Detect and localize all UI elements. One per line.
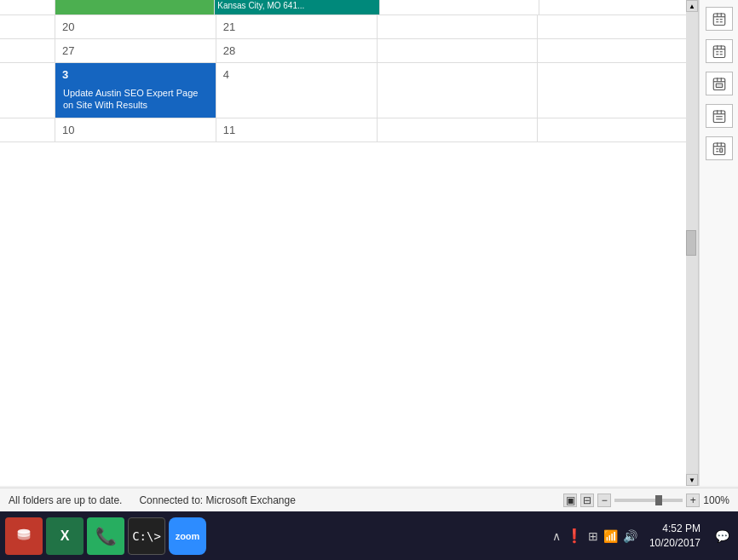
week-row-3: 3 Update Austin SEO Expert Page on Site … bbox=[0, 63, 698, 118]
taskbar-app-db[interactable] bbox=[5, 517, 43, 555]
day-num-28: 28 bbox=[220, 43, 239, 59]
taskbar-right-area: ∧ ❗ ⊞ 📶 🔊 4:52 PM 10/20/2017 💬 bbox=[552, 517, 735, 555]
tray-icon-volume[interactable]: 🔊 bbox=[623, 529, 637, 543]
taskbar-app-phone[interactable]: 📞 bbox=[87, 517, 124, 555]
day-empty-2[interactable] bbox=[538, 15, 698, 38]
day-num-20: 20 bbox=[59, 19, 78, 35]
vertical-scrollbar[interactable]: ▲ ▼ bbox=[686, 0, 698, 486]
calendar-container: Kansas City, MO 641... 20 21 27 28 bbox=[0, 0, 738, 486]
seo-event[interactable]: Update Austin SEO Expert Page on Site Wi… bbox=[59, 84, 212, 114]
day-empty-1[interactable] bbox=[378, 15, 539, 38]
day-empty-5[interactable] bbox=[378, 63, 539, 118]
day-num-10: 10 bbox=[59, 122, 78, 138]
tray-icon-wifi[interactable]: 📶 bbox=[603, 529, 618, 543]
clock-date: 10/20/2017 bbox=[649, 536, 701, 551]
status-bar: All folders are up to date. Connected to… bbox=[0, 488, 738, 511]
week-row-20: 20 21 bbox=[0, 15, 698, 39]
week-label-col3 bbox=[0, 63, 55, 118]
day-10[interactable]: 10 bbox=[55, 118, 216, 141]
empty-bar-col2 bbox=[539, 0, 698, 14]
empty-bar-col bbox=[380, 0, 539, 14]
sidebar-panel bbox=[699, 0, 738, 486]
view-multi-btn[interactable]: ⊟ bbox=[580, 494, 594, 507]
status-right-area: ▣ ⊟ − + 100% bbox=[563, 494, 729, 507]
sidebar-icon-5[interactable] bbox=[706, 136, 733, 160]
zoom-percent: 100% bbox=[703, 494, 729, 506]
day-empty-3[interactable] bbox=[378, 39, 539, 62]
clock-display[interactable]: 4:52 PM 10/20/2017 bbox=[649, 522, 704, 551]
taskbar-app-excel[interactable]: X bbox=[46, 517, 84, 555]
week-row-27: 27 28 bbox=[0, 39, 698, 63]
zoom-controls: ▣ ⊟ − + 100% bbox=[563, 494, 729, 507]
day-empty-8[interactable] bbox=[538, 118, 698, 141]
taskbar-app-cmd[interactable]: C:\> bbox=[128, 517, 165, 555]
status-connection: Connected to: Microsoft Exchange bbox=[139, 494, 295, 506]
status-left-area: All folders are up to date. Connected to… bbox=[9, 494, 563, 506]
row-spacer bbox=[0, 0, 55, 14]
day-empty-6[interactable] bbox=[538, 63, 698, 118]
scroll-handle[interactable] bbox=[686, 230, 696, 256]
week-label-col4 bbox=[0, 118, 55, 141]
day-num-27: 27 bbox=[59, 43, 78, 59]
status-folders: All folders are up to date. bbox=[9, 494, 122, 506]
zoom-out-btn[interactable]: − bbox=[597, 494, 611, 507]
week-row-10: 10 11 bbox=[0, 118, 698, 142]
day-11[interactable]: 11 bbox=[216, 118, 378, 141]
tray-icon-network[interactable]: ⊞ bbox=[588, 529, 598, 543]
taskbar: X 📞 C:\> zoom ∧ ❗ ⊞ 📶 🔊 4:52 PM 10/20/20… bbox=[0, 511, 738, 560]
day-num-3: 3 bbox=[59, 66, 72, 83]
sidebar-icon-1[interactable] bbox=[706, 7, 733, 31]
day-28[interactable]: 28 bbox=[216, 39, 378, 62]
svg-rect-27 bbox=[713, 143, 725, 155]
day-empty-4[interactable] bbox=[538, 39, 698, 62]
svg-rect-33 bbox=[719, 148, 722, 153]
day-21[interactable]: 21 bbox=[216, 15, 378, 38]
scroll-track[interactable] bbox=[686, 12, 698, 474]
view-single-btn[interactable]: ▣ bbox=[563, 494, 577, 507]
svg-rect-20 bbox=[716, 84, 723, 88]
day-4[interactable]: 4 bbox=[216, 63, 378, 118]
svg-rect-0 bbox=[713, 14, 725, 26]
week-label-col bbox=[0, 15, 55, 38]
notification-btn[interactable]: 💬 bbox=[709, 517, 735, 555]
svg-rect-8 bbox=[713, 46, 725, 58]
sidebar-icon-2[interactable] bbox=[706, 39, 733, 63]
sidebar-icon-4[interactable] bbox=[706, 104, 733, 128]
day-num-11: 11 bbox=[220, 122, 239, 138]
kc-event-bar[interactable]: Kansas City, MO 641... bbox=[215, 0, 379, 14]
day-empty-7[interactable] bbox=[378, 118, 539, 141]
top-event-bar-row: Kansas City, MO 641... bbox=[0, 0, 698, 15]
taskbar-app-zoom[interactable]: zoom bbox=[169, 517, 206, 555]
scroll-down-btn[interactable]: ▼ bbox=[686, 474, 698, 486]
tray-chevron[interactable]: ∧ bbox=[552, 529, 561, 543]
calendar-main: Kansas City, MO 641... 20 21 27 28 bbox=[0, 0, 699, 486]
clock-time: 4:52 PM bbox=[649, 522, 701, 536]
week-label-col2 bbox=[0, 39, 55, 62]
sidebar-icon-3[interactable] bbox=[706, 72, 733, 95]
green-event-bar[interactable] bbox=[55, 0, 215, 14]
scroll-up-btn[interactable]: ▲ bbox=[686, 0, 698, 12]
zoom-slider-handle[interactable] bbox=[655, 495, 662, 505]
day-3[interactable]: 3 Update Austin SEO Expert Page on Site … bbox=[55, 63, 216, 118]
system-tray: ∧ ❗ ⊞ 📶 🔊 bbox=[552, 528, 644, 544]
tray-icon-alert[interactable]: ❗ bbox=[566, 528, 583, 544]
zoom-in-btn[interactable]: + bbox=[686, 494, 700, 507]
day-20[interactable]: 20 bbox=[55, 15, 216, 38]
day-27[interactable]: 27 bbox=[55, 39, 216, 62]
day-num-4: 4 bbox=[220, 66, 233, 83]
zoom-slider[interactable] bbox=[614, 499, 683, 502]
day-num-21: 21 bbox=[220, 19, 239, 35]
